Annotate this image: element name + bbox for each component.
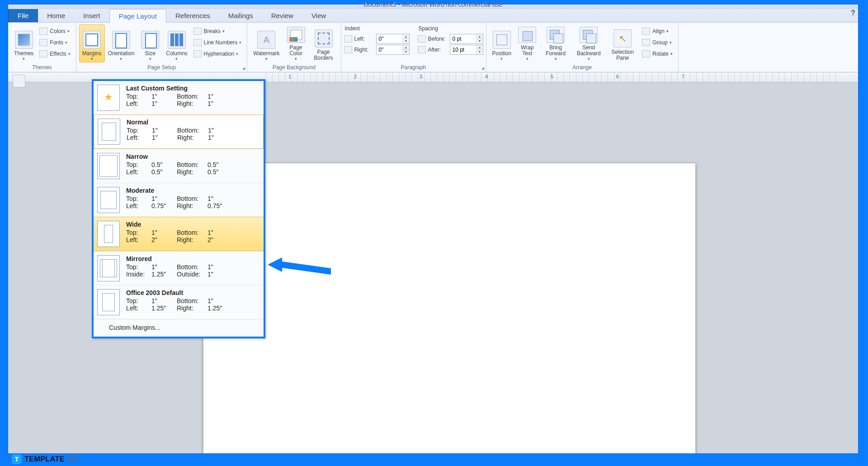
breaks-icon <box>193 28 202 35</box>
watermark-footer: T TEMPLATE.NET <box>12 454 81 464</box>
page-borders-icon <box>315 29 333 48</box>
wrap-text-icon <box>518 27 536 43</box>
group-icon <box>642 39 650 46</box>
indent-right-icon <box>344 46 352 53</box>
margin-thumb-icon <box>97 153 120 179</box>
page-setup-dialog-launcher[interactable]: Page Setup <box>79 63 244 71</box>
margins-option-normal[interactable]: NormalTop:1"Bottom:1"Left:1"Right:1" <box>94 114 264 149</box>
group-button[interactable]: Group▾ <box>640 38 674 47</box>
margins-option-moderate[interactable]: ModerateTop:1"Bottom:1"Left:0.75"Right:0… <box>94 183 264 217</box>
page[interactable] <box>203 163 696 453</box>
size-button[interactable]: Size ▾ <box>137 24 163 62</box>
tab-file[interactable]: File <box>8 9 38 22</box>
paragraph-dialog-launcher[interactable]: Paragraph <box>344 63 483 71</box>
columns-icon <box>168 31 186 49</box>
themes-button[interactable]: Themes ▾ <box>11 24 37 62</box>
watermark-button[interactable]: Watermark▾ <box>250 24 283 62</box>
help-icon[interactable]: ? <box>848 9 858 22</box>
title-bar: Document5 - Microsoft Word non commercia… <box>8 5 858 9</box>
selection-pane-icon <box>613 29 632 48</box>
align-button[interactable]: Align▾ <box>640 27 674 36</box>
bring-forward-icon <box>547 27 565 43</box>
bring-forward-button[interactable]: Bring Forward▾ <box>540 24 571 62</box>
margins-option-narrow[interactable]: NarrowTop:0.5"Bottom:0.5"Left:0.5"Right:… <box>94 149 264 183</box>
line-numbers-icon <box>193 39 202 46</box>
wrap-text-button[interactable]: Wrap Text▾ <box>514 24 540 62</box>
margin-thumb-icon <box>97 221 120 247</box>
tab-insert[interactable]: Insert <box>74 9 109 22</box>
position-button[interactable]: Position▾ <box>489 24 515 62</box>
spacing-before-input[interactable]: ▲▼ <box>450 34 483 44</box>
columns-button[interactable]: Columns ▾ <box>163 24 190 62</box>
window-title: Document5 - Microsoft Word non commercia… <box>363 1 502 8</box>
spacing-after-input[interactable]: ▲▼ <box>450 45 483 55</box>
fonts-button[interactable]: Fonts▾ <box>38 38 72 47</box>
group-arrange: Position▾ Wrap Text▾ Bring Forward▾ Send… <box>486 23 679 72</box>
orientation-icon <box>112 31 130 49</box>
colors-icon <box>39 28 47 35</box>
margins-option-mirrored[interactable]: MirroredTop:1"Bottom:1"Inside:1.25"Outsi… <box>94 251 264 285</box>
margins-option-last[interactable]: Last Custom SettingTop:1"Bottom:1"Left:1… <box>94 81 264 114</box>
spin-up-icon[interactable]: ▲ <box>403 34 409 39</box>
tab-view[interactable]: View <box>302 9 335 22</box>
group-page-background: Watermark▾ Page Color▾ Page Borders Page… <box>247 23 341 72</box>
orientation-button[interactable]: Orientation ▾ <box>105 24 138 62</box>
ruler-corner <box>13 75 25 87</box>
page-borders-button[interactable]: Page Borders <box>309 24 338 62</box>
rotate-button[interactable]: Rotate▾ <box>640 49 674 58</box>
tab-review[interactable]: Review <box>262 9 302 22</box>
margins-button[interactable]: Margins ▾ <box>79 24 105 62</box>
template-badge-icon: T <box>12 454 22 464</box>
ruler-mark: 1 <box>288 74 291 79</box>
ribbon: Themes ▾ Colors▾ Fonts▾ Effects▾ Themes … <box>8 23 858 72</box>
group-page-setup: Margins ▾ Orientation ▾ Size ▾ Columns ▾ <box>76 23 247 72</box>
ruler-mark: 2 <box>354 74 357 79</box>
ruler-mark: 3 <box>420 74 422 79</box>
margins-option-wide[interactable]: WideTop:1"Bottom:1"Left:2"Right:2" <box>94 217 264 251</box>
margins-option-o2003[interactable]: Office 2003 DefaultTop:1"Bottom:1"Left:1… <box>94 285 264 319</box>
send-backward-icon <box>580 27 598 43</box>
margin-thumb-icon <box>98 119 120 145</box>
effects-icon <box>39 50 47 57</box>
watermark-icon <box>257 31 275 49</box>
indent-left-input[interactable]: ▲▼ <box>376 34 410 44</box>
ribbon-tabs: File HomeInsertPage LayoutReferencesMail… <box>8 9 858 23</box>
send-backward-button[interactable]: Send Backward▾ <box>571 24 606 62</box>
page-color-icon <box>287 27 305 43</box>
size-icon <box>141 31 159 49</box>
tab-page-layout[interactable]: Page Layout <box>109 9 166 23</box>
spacing-before-icon <box>418 35 426 43</box>
app-window: Document5 - Microsoft Word non commercia… <box>8 5 858 453</box>
align-icon <box>642 28 650 35</box>
margin-thumb-icon <box>97 85 120 111</box>
indent-left-icon <box>344 35 352 43</box>
group-themes: Themes ▾ Colors▾ Fonts▾ Effects▾ Themes <box>8 23 76 72</box>
spacing-after-icon <box>418 46 426 53</box>
breaks-button[interactable]: Breaks▾ <box>192 27 244 36</box>
rotate-icon <box>642 50 650 57</box>
margins-dropdown: Last Custom SettingTop:1"Bottom:1"Left:1… <box>92 79 265 338</box>
position-icon <box>493 31 511 49</box>
ruler-mark: 7 <box>682 74 684 79</box>
hyphenation-icon <box>193 50 202 57</box>
indent-right-input[interactable]: ▲▼ <box>376 45 410 55</box>
line-numbers-button[interactable]: Line Numbers▾ <box>192 38 244 47</box>
ruler-mark: 6 <box>616 74 619 79</box>
spin-down-icon[interactable]: ▼ <box>403 39 409 43</box>
page-color-button[interactable]: Page Color▾ <box>283 24 309 62</box>
colors-button[interactable]: Colors▾ <box>38 27 72 36</box>
selection-pane-button[interactable]: Selection Pane <box>606 24 639 62</box>
tab-references[interactable]: References <box>166 9 219 22</box>
margin-thumb-icon <box>97 289 120 315</box>
margin-thumb-icon <box>97 187 120 213</box>
group-paragraph: Indent Left: ▲▼ Right: ▲▼ Spacing Before… <box>341 23 486 72</box>
tab-mailings[interactable]: Mailings <box>219 9 262 22</box>
ruler-mark: 4 <box>485 74 488 79</box>
custom-margins-button[interactable]: Custom Margins... <box>94 319 264 337</box>
effects-button[interactable]: Effects▾ <box>38 49 72 58</box>
hyphenation-button[interactable]: Hyphenation▾ <box>192 49 244 58</box>
ruler-mark: 5 <box>551 74 553 79</box>
themes-icon <box>15 31 33 49</box>
margin-thumb-icon <box>97 255 120 281</box>
tab-home[interactable]: Home <box>38 9 74 22</box>
